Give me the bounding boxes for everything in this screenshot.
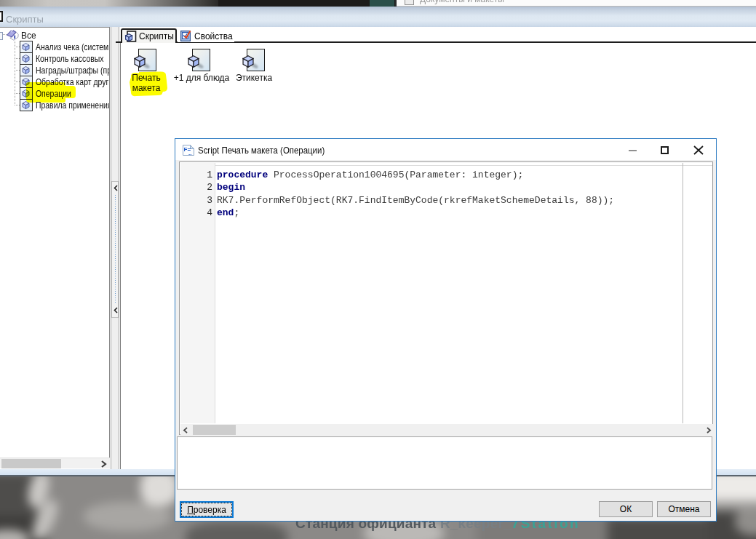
svg-text:..: .. <box>188 150 191 156</box>
